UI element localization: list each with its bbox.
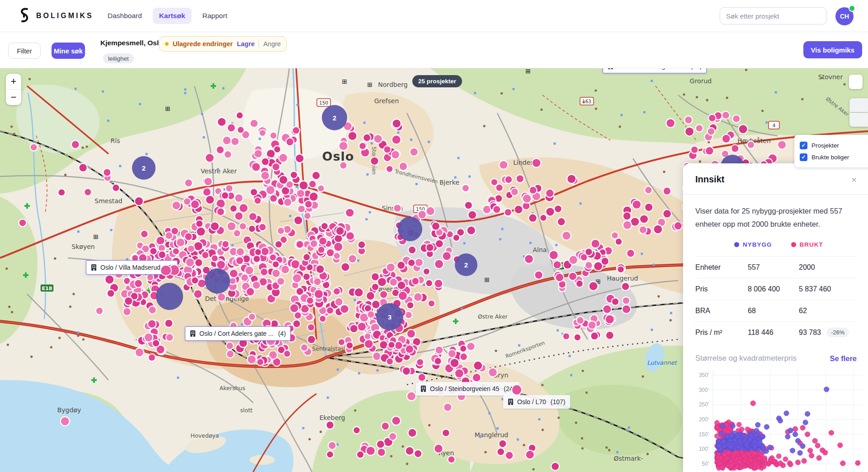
- building-icon: [190, 330, 196, 337]
- svg-text:2: 2: [464, 261, 468, 269]
- svg-text:E18: E18: [42, 286, 52, 291]
- nav-item-dashboard[interactable]: Dashboard: [101, 8, 148, 24]
- map-tooltip[interactable]: Oslo / Oen / Salgstrinn 2(48): [603, 68, 707, 73]
- nav-item-rapport[interactable]: Rapport: [196, 8, 234, 24]
- filter-button[interactable]: Filter: [8, 43, 41, 59]
- cluster-marker[interactable]: 2: [455, 253, 477, 276]
- checkbox-icon[interactable]: ✓: [800, 142, 807, 149]
- app-header: BOLIGMIKS DashboardKartsøkRapport Søk et…: [0, 0, 868, 32]
- svg-text:Oslo: Oslo: [322, 149, 354, 163]
- see-more-link[interactable]: Se flere: [830, 354, 857, 363]
- legend-item-brukt: BRUKT: [791, 241, 823, 248]
- filter-bar: Filter Mine søk Kjempesmell, Oslo leilig…: [0, 32, 868, 68]
- svg-text:Grorud: Grorud: [690, 77, 712, 85]
- map-tooltip[interactable]: Oslo / Steinborgveien 45(24): [416, 382, 519, 396]
- percent-diff-badge: -26%: [826, 328, 849, 337]
- legend-item-nybygg: NYBYGG: [734, 241, 772, 248]
- map-tooltip[interactable]: Oslo / Villa Madserud(7): [86, 260, 178, 275]
- tooltip-label: Oslo / Cort Adelers gate ...: [199, 330, 274, 337]
- cluster-marker[interactable]: 2: [132, 156, 156, 180]
- cluster-marker[interactable]: [398, 217, 422, 241]
- layer-toggle-brukte-boliger[interactable]: ✓Brukte boliger: [800, 151, 868, 163]
- map-zoom-control: + −: [6, 74, 21, 105]
- project-search-input[interactable]: Søk etter prosjekt: [720, 7, 827, 24]
- svg-text:200': 200': [699, 416, 709, 423]
- svg-text:⊞: ⊞: [525, 68, 531, 75]
- svg-text:Grefsen: Grefsen: [374, 97, 399, 105]
- svg-text:300': 300': [699, 387, 709, 393]
- svg-text:Skøyen: Skøyen: [71, 243, 94, 250]
- insight-divider: [683, 194, 868, 195]
- map-tooltip[interactable]: Oslo / L70(107): [503, 395, 570, 409]
- svg-text:350': 350': [699, 372, 709, 378]
- svg-text:Smestad: Smestad: [94, 197, 122, 205]
- map-fullscreen-button[interactable]: [849, 75, 863, 89]
- zoom-in-button[interactable]: +: [6, 74, 21, 89]
- cluster-marker[interactable]: [205, 268, 230, 294]
- layer-label: Brukte boliger: [811, 154, 849, 161]
- svg-text:⊞: ⊞: [165, 105, 170, 112]
- unsaved-changes-label: Ulagrede endringer: [173, 40, 233, 48]
- map-tooltip[interactable]: Oslo / Cort Adelers gate ...(4): [185, 326, 291, 341]
- marker-dot-icon: [160, 265, 172, 277]
- tooltip-label: Oslo / Steinborgveien 45: [430, 385, 499, 392]
- svg-text:2: 2: [333, 114, 336, 122]
- cluster-marker[interactable]: [156, 283, 183, 310]
- cluster-marker[interactable]: 3: [376, 303, 403, 330]
- svg-text:⊞: ⊞: [93, 233, 99, 240]
- svg-text:150: 150: [319, 100, 328, 105]
- svg-text:⊞: ⊞: [342, 78, 347, 85]
- my-searches-button[interactable]: Mine søk: [52, 43, 85, 59]
- legend-dot-icon: [791, 242, 796, 247]
- zoom-out-button[interactable]: −: [6, 90, 21, 105]
- building-icon: [420, 386, 426, 392]
- cluster-marker[interactable]: 2: [322, 105, 347, 130]
- map-edge-button-top[interactable]: [849, 98, 868, 112]
- save-button[interactable]: Lagre: [237, 40, 255, 48]
- insight-panel: Innsikt × Viser data for 25 nybygg-prosj…: [683, 163, 868, 472]
- project-count-badge: 25 prosjekter: [412, 75, 462, 87]
- app-logo[interactable]: BOLIGMIKS: [17, 7, 94, 25]
- search-title: Kjempesmell, Oslo: [100, 39, 163, 47]
- svg-text:⊞: ⊞: [367, 81, 373, 88]
- scatter-chart: 350'300'250'200'150'100'50': [692, 367, 857, 472]
- svg-text:Østmark-: Østmark-: [614, 455, 643, 462]
- building-icon: [508, 399, 514, 405]
- boligmiks-logo-icon: [17, 7, 31, 25]
- show-boligmiks-button[interactable]: Vis boligmiks: [803, 41, 862, 58]
- svg-text:100': 100': [699, 446, 709, 452]
- svg-text:Nordberg: Nordberg: [378, 81, 407, 88]
- online-status-dot: [849, 5, 855, 12]
- insight-row-bra: BRA6862: [695, 300, 857, 321]
- checkbox-icon[interactable]: ✓: [800, 153, 807, 161]
- svg-text:Det kongelige: Det kongelige: [205, 295, 249, 302]
- search-placeholder: Søk etter prosjekt: [726, 12, 779, 20]
- close-icon[interactable]: ×: [851, 175, 857, 184]
- insight-title: Innsikt: [695, 174, 724, 185]
- svg-text:Bygdøy: Bygdøy: [57, 406, 81, 414]
- undo-button[interactable]: Angre: [263, 40, 281, 48]
- svg-text:Ris: Ris: [111, 137, 120, 144]
- main-nav: DashboardKartsøkRapport: [101, 0, 234, 32]
- filter-chip-leilighet[interactable]: leilighet: [103, 53, 134, 63]
- svg-text:slott: slott: [240, 407, 253, 414]
- svg-text:Hovedøya: Hovedøya: [191, 432, 219, 439]
- svg-text:2: 2: [142, 164, 146, 172]
- svg-text:Lutvannet: Lutvannet: [647, 359, 677, 366]
- insight-row-pris: Pris8 006 4005 837 460: [695, 278, 857, 300]
- svg-text:4: 4: [773, 123, 776, 128]
- nav-item-kartsøk[interactable]: Kartsøk: [153, 8, 192, 24]
- svg-text:50': 50': [702, 461, 709, 467]
- unsaved-dot-icon: [165, 42, 169, 46]
- map-edge-button-bottom[interactable]: [849, 113, 868, 127]
- chart-section-title: Størrelse og kvadratmeterpris: [695, 354, 797, 363]
- svg-text:Bjerke: Bjerke: [439, 179, 459, 186]
- svg-text:Haugerud: Haugerud: [607, 275, 638, 282]
- layer-toggle-prosjekter[interactable]: ✓Prosjekter: [800, 139, 868, 151]
- pill-separator: [259, 40, 259, 48]
- logo-text: BOLIGMIKS: [36, 12, 94, 20]
- map-layers-panel: ✓Prosjekter✓Brukte boliger: [794, 135, 868, 167]
- svg-text:Alna: Alna: [533, 246, 547, 253]
- insight-row-enheter: Enheter5572000: [695, 256, 857, 278]
- marker-dot-icon: [511, 384, 523, 396]
